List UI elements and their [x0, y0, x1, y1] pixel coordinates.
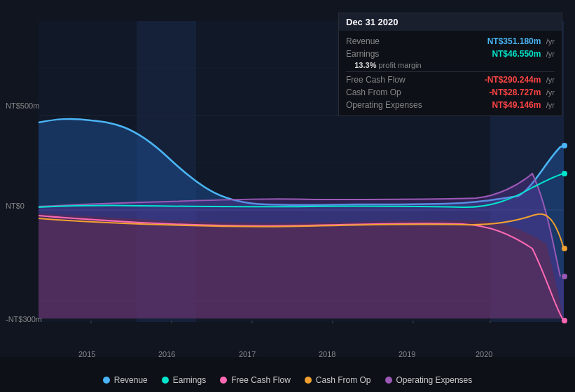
tooltip-header: Dec 31 2020: [339, 13, 562, 31]
fcf-unit: /yr: [546, 76, 555, 84]
tooltip-label-cashfromop: Cash From Op: [346, 88, 430, 97]
legend-earnings[interactable]: Earnings: [162, 375, 206, 385]
tooltip-label-opex: Operating Expenses: [346, 100, 430, 110]
legend-dot-revenue: [103, 377, 110, 384]
svg-point-11: [562, 143, 567, 148]
revenue-unit: /yr: [546, 37, 555, 46]
x-label-2015: 2015: [78, 350, 95, 358]
y-label-mid: NT$0: [6, 202, 25, 210]
y-label-top: NT$500m: [6, 102, 39, 110]
legend-cashfromop[interactable]: Cash From Op: [305, 375, 371, 385]
fcf-value: -NT$290.244m: [485, 75, 541, 85]
tooltip-row-fcf: Free Cash Flow -NT$290.244m /yr: [346, 74, 555, 86]
tooltip-row-opex: Operating Expenses NT$49.146m /yr: [346, 99, 555, 111]
x-label-2017: 2017: [239, 350, 256, 358]
cashfromop-unit: /yr: [546, 88, 555, 97]
x-label-2020: 2020: [476, 350, 492, 358]
y-label-bottom: -NT$300m: [6, 315, 42, 323]
tooltip-row-cashfromop: Cash From Op -NT$28.727m /yr: [346, 86, 555, 99]
legend-dot-fcf: [220, 377, 227, 384]
legend-revenue[interactable]: Revenue: [103, 375, 148, 385]
tooltip-value-revenue: NT$351.180m /yr: [487, 36, 555, 46]
earnings-value: NT$46.550m: [492, 49, 541, 59]
tooltip-label-earnings: Earnings: [346, 49, 430, 59]
tooltip-value-opex: NT$49.146m /yr: [492, 100, 555, 110]
tooltip-label-fcf: Free Cash Flow: [346, 75, 430, 85]
legend-fcf[interactable]: Free Cash Flow: [220, 375, 291, 385]
tooltip-divider: [346, 71, 555, 72]
chart-legend: Revenue Earnings Free Cash Flow Cash Fro…: [0, 375, 575, 385]
legend-dot-cashfromop: [305, 377, 312, 384]
legend-opex[interactable]: Operating Expenses: [385, 375, 473, 385]
opex-value: NT$49.146m: [492, 100, 541, 110]
legend-dot-earnings: [162, 377, 169, 384]
tooltip-row-earnings: Earnings NT$46.550m /yr: [346, 48, 555, 60]
legend-label-cashfromop: Cash From Op: [316, 375, 371, 385]
legend-label-earnings: Earnings: [173, 375, 206, 385]
legend-label-revenue: Revenue: [114, 375, 148, 385]
svg-point-12: [562, 171, 567, 176]
tooltip-card: Dec 31 2020 Revenue NT$351.180m /yr Earn…: [338, 13, 562, 116]
tooltip-value-cashfromop: -NT$28.727m /yr: [489, 88, 555, 97]
legend-label-fcf: Free Cash Flow: [231, 375, 291, 385]
tooltip-value-fcf: -NT$290.244m /yr: [485, 75, 555, 85]
opex-unit: /yr: [546, 101, 555, 109]
tooltip-value-earnings: NT$46.550m /yr: [492, 49, 555, 59]
x-label-2018: 2018: [319, 350, 335, 358]
svg-point-13: [562, 246, 567, 251]
x-label-2019: 2019: [399, 350, 415, 358]
earnings-unit: /yr: [546, 50, 555, 58]
tooltip-profit-margin: 13.3% profit margin: [346, 61, 555, 69]
tooltip-label-revenue: Revenue: [346, 36, 430, 46]
svg-point-15: [562, 318, 567, 323]
x-label-2016: 2016: [158, 350, 175, 358]
tooltip-body: Revenue NT$351.180m /yr Earnings NT$46.5…: [339, 31, 562, 115]
tooltip-row-revenue: Revenue NT$351.180m /yr: [346, 35, 555, 48]
cashfromop-value: -NT$28.727m: [489, 88, 541, 97]
legend-dot-opex: [385, 377, 392, 384]
legend-label-opex: Operating Expenses: [396, 375, 473, 385]
revenue-value: NT$351.180m: [487, 36, 541, 46]
svg-point-14: [562, 274, 567, 279]
